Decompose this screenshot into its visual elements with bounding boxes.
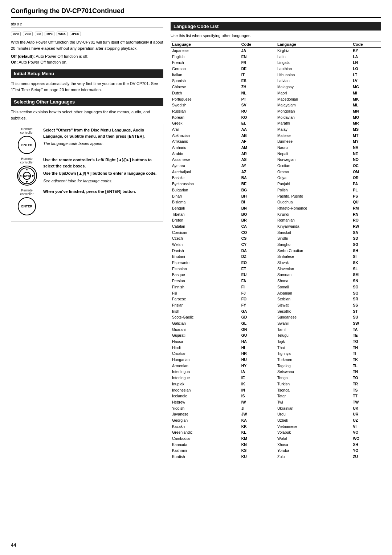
language-code: MK — [351, 96, 381, 102]
table-row: WelshCY — [171, 242, 276, 248]
language-code: OC — [351, 163, 381, 169]
table-row: MaoriMI — [276, 90, 381, 96]
language-name: Nauru — [276, 145, 351, 151]
instruction-text-1: Select "Others" from the Disc Menu Langu… — [43, 127, 160, 147]
table-row: HebrewIW — [171, 399, 276, 405]
language-code: SN — [351, 278, 381, 284]
language-name: Vietnamese — [276, 424, 351, 430]
language-name: Fiji — [171, 290, 240, 296]
table-row: AfrikaansAF — [171, 138, 276, 145]
language-name: Greenlandic — [171, 429, 240, 436]
language-name: Nepali — [276, 151, 351, 157]
table-row: VolapükVO — [276, 429, 381, 436]
table-row: BihariBH — [171, 193, 276, 199]
language-code: IS — [240, 393, 276, 399]
table-row: BashkirBA — [171, 175, 276, 181]
language-name: Arabic — [171, 151, 240, 157]
language-name: Occitan — [276, 163, 351, 169]
language-name: Aymara — [171, 163, 240, 169]
language-code: GU — [240, 332, 276, 339]
language-name: Lingala — [276, 60, 351, 66]
language-name: Interlingua — [171, 369, 240, 375]
language-code: MI — [351, 90, 381, 96]
table-row: ArabicAR — [171, 151, 276, 157]
table-row: FinnishFI — [171, 284, 276, 290]
table-row: VietnameseVI — [276, 424, 381, 430]
table-row: IndonesianIN — [171, 387, 276, 393]
table-row: LaothianLO — [276, 66, 381, 72]
table-row: CroatianHR — [171, 351, 276, 357]
language-name: Amharic — [171, 145, 240, 151]
language-name: Volapük — [276, 429, 351, 436]
table-row: PanjabiPA — [276, 181, 381, 187]
language-code: TH — [351, 345, 381, 351]
table-row: TongaTO — [276, 375, 381, 381]
table-row: MalteseMT — [276, 133, 381, 139]
table-row: CzechCS — [171, 235, 276, 242]
language-code: DA — [240, 248, 276, 254]
language-code: GD — [240, 314, 276, 320]
table-row: YorubaYO — [276, 447, 381, 454]
initial-setup-text: This menu appears automatically the very… — [11, 81, 163, 93]
language-code: PL — [351, 187, 381, 193]
language-name: Zulu — [276, 454, 351, 460]
table-row: SetswanaTN — [276, 369, 381, 375]
language-code: SI — [351, 254, 381, 260]
language-code: ES — [240, 78, 276, 84]
language-name: Czech — [171, 235, 240, 242]
table-row: InterlinguaIA — [171, 369, 276, 375]
language-name: Kannada — [171, 442, 240, 448]
table-row: Scots-GaelicGD — [171, 314, 276, 320]
language-name: Spanish — [171, 78, 240, 84]
language-code: RN — [351, 211, 381, 218]
language-code: MG — [351, 84, 381, 90]
remote-label-2: Remote controller — [14, 157, 40, 164]
language-code: JA — [240, 48, 276, 54]
language-code: SS — [351, 302, 381, 308]
table-row: KannadaKN — [171, 442, 276, 448]
language-name: Swahili — [276, 320, 351, 327]
language-name: Turkmen — [276, 357, 351, 363]
table-row: EnglishEN — [171, 54, 276, 60]
table-row: ThaiTH — [276, 345, 381, 351]
instruction-box: Remote controller ENTER Select "Others" … — [11, 124, 163, 222]
language-name: Chinese — [171, 84, 240, 90]
language-name: Italian — [171, 72, 240, 78]
language-name: Albanian — [276, 290, 351, 296]
table-row: SlovakSK — [276, 260, 381, 266]
language-code: AF — [240, 138, 276, 145]
language-code: SO — [351, 284, 381, 290]
table-row: TeluguTE — [276, 332, 381, 339]
table-row: UkrainianUK — [276, 405, 381, 412]
language-name: Portuguese — [171, 96, 240, 102]
table-row: JapaneseJA — [171, 48, 276, 54]
language-name: Romanian — [276, 217, 351, 223]
language-code: KO — [240, 114, 276, 121]
language-code: ST — [351, 308, 381, 315]
table-row: TibetanBO — [171, 211, 276, 218]
language-name: Esperanto — [171, 260, 240, 266]
language-name: Indonesian — [171, 387, 240, 393]
format-dvd: DVD — [11, 32, 21, 36]
language-name: Faroese — [171, 296, 240, 302]
language-name: Macedonian — [276, 96, 351, 102]
language-code: KM — [240, 436, 276, 442]
language-name: Mongolian — [276, 108, 351, 114]
language-name: Bislama — [171, 199, 240, 205]
language-name: Burmese — [276, 138, 351, 145]
table-row: SindhiSD — [276, 235, 381, 242]
language-code: SW — [351, 320, 381, 327]
language-name: Russian — [171, 108, 240, 114]
table-row: TamilTA — [276, 327, 381, 333]
table-row: SomaliSO — [276, 284, 381, 290]
language-code: EL — [240, 120, 276, 126]
table-row: RussianRU — [171, 108, 276, 114]
language-name: Sundanese — [276, 314, 351, 320]
table-row: TagalogTL — [276, 363, 381, 369]
language-code: KU — [240, 454, 276, 460]
language-name: Afrikaans — [171, 138, 240, 145]
language-code: MY — [351, 138, 381, 145]
table-row: GreekEL — [171, 120, 276, 126]
table-row: OriyaOR — [276, 175, 381, 181]
table-row: ByelorussianBE — [171, 181, 276, 187]
